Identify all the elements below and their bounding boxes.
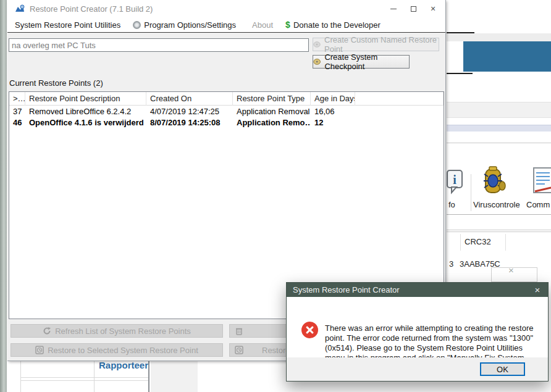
background-cell-border-2 — [94, 361, 95, 392]
menu-about[interactable]: About — [248, 20, 277, 30]
refresh-icon — [43, 327, 51, 335]
dialog-body: There was an error while attempting to c… — [287, 297, 548, 359]
menu-label: Program Options/Settings — [144, 20, 236, 30]
close-icon: × — [431, 4, 435, 13]
maximize-icon — [411, 6, 416, 12]
cell-age: 12 — [311, 118, 355, 127]
background-close-icon[interactable]: × — [508, 265, 514, 275]
restore-point-name-input[interactable] — [9, 38, 309, 52]
background-toolbar-separator — [471, 174, 471, 211]
menu-donate[interactable]: $ Donate to the Developer — [282, 20, 384, 30]
background-blue-band — [463, 41, 551, 72]
background-double-line-1 — [447, 230, 551, 230]
crc32-column-header[interactable]: CRC32 — [465, 237, 491, 246]
column-header-type[interactable]: Restore Point Type — [233, 92, 311, 106]
info-icon[interactable]: i — [447, 169, 463, 196]
restore-disc-icon — [313, 41, 321, 48]
menu-label: About — [252, 20, 273, 30]
crc-column-sep-left — [460, 234, 461, 251]
restore-to-selected-button[interactable]: Restore to Selected System Restore Point — [11, 343, 223, 357]
create-checkpoint-label: Create System Checkpoint — [324, 52, 409, 71]
background-border-line-mid — [447, 73, 473, 74]
crc-row-prefix: 3 — [449, 259, 453, 269]
caption-buttons: × — [384, 1, 443, 16]
close-button[interactable]: × — [423, 1, 443, 16]
report-link[interactable]: Rapporteer — [99, 360, 148, 370]
dollar-icon: $ — [285, 20, 290, 30]
window-title: Restore Point Creator (7.1 Build 2) — [30, 4, 384, 14]
restore-clock-icon — [235, 346, 243, 354]
ok-label: OK — [497, 365, 508, 374]
ok-button[interactable]: OK — [480, 362, 525, 376]
viruscontrole-label[interactable]: Viruscontrole — [473, 200, 520, 209]
checkpoint-disc-icon — [313, 58, 321, 65]
dialog-titlebar: System Restore Point Creator × — [287, 283, 548, 297]
cell-created: 4/07/2019 12:47:25 — [146, 107, 233, 116]
column-header-created[interactable]: Created On — [146, 92, 233, 106]
background-row-border-2 — [20, 380, 149, 381]
background-left-strip — [0, 0, 7, 392]
dialog-footer: OK — [287, 357, 548, 381]
minimize-button[interactable] — [384, 1, 403, 16]
background-cell-border-1 — [20, 361, 21, 392]
error-dialog: System Restore Point Creator × There was… — [286, 282, 549, 382]
trash-icon — [235, 327, 243, 335]
background-window-edge — [148, 361, 149, 392]
column-header-age[interactable]: Age in Days — [311, 92, 355, 106]
svg-text:i: i — [453, 173, 456, 186]
background-selected-row — [447, 125, 551, 131]
menu-program-options[interactable]: Program Options/Settings — [129, 20, 240, 30]
restore-clock-icon — [35, 346, 44, 354]
table-row[interactable]: 37 Removed LibreOffice 6.2.4.2 4/07/2019… — [9, 106, 444, 117]
create-custom-restore-point-button[interactable]: Create Custom Named Restore Point — [313, 38, 439, 51]
minimize-icon — [390, 9, 397, 9]
cell-created: 8/07/2019 14:25:08 — [146, 118, 233, 127]
comment-label[interactable]: Comm — [526, 200, 550, 209]
table-row[interactable]: 46 OpenOffice 4.1.6 is verwijderd 8/07/2… — [9, 117, 444, 128]
background-band-light — [447, 33, 551, 41]
refresh-restore-points-button[interactable]: Refresh List of System Restore Points — [11, 324, 223, 338]
cell-description: Removed LibreOffice 6.2.4.2 — [25, 107, 146, 116]
error-icon — [301, 322, 318, 338]
app-icon — [15, 4, 25, 13]
background-panel-fragment — [491, 267, 537, 282]
column-header-description[interactable]: Restore Point Description — [25, 92, 146, 106]
close-icon: × — [535, 285, 540, 295]
background-double-line-2 — [447, 231, 551, 232]
refresh-label: Refresh List of System Restore Points — [55, 327, 191, 336]
column-header-seq[interactable]: >… — [9, 92, 25, 106]
background-divider — [447, 143, 551, 143]
menubar: System Restore Point Utilities Program O… — [7, 17, 445, 33]
background-row-border-1 — [20, 377, 149, 378]
maximize-button[interactable] — [403, 1, 423, 16]
list-header: >… Restore Point Description Created On … — [9, 92, 444, 106]
current-restore-points-label: Current Restore Points (2) — [9, 78, 103, 88]
background-toolbar-divider — [447, 214, 551, 215]
cell-seq: 37 — [9, 107, 25, 116]
menu-system-restore-utilities[interactable]: System Restore Point Utilities — [11, 20, 124, 30]
viruscontrole-icon[interactable] — [482, 165, 507, 198]
cell-age: 16,06 — [311, 107, 355, 116]
dialog-close-button[interactable]: × — [527, 283, 548, 297]
dialog-title: System Restore Point Creator — [293, 285, 527, 294]
cell-type: Application Removal — [233, 107, 311, 116]
column-header-filler — [355, 92, 444, 106]
create-custom-label: Create Custom Named Restore Point — [324, 35, 439, 54]
gear-icon — [133, 21, 141, 29]
background-gray-band — [447, 102, 551, 118]
cell-type: Application Remo… — [233, 118, 311, 127]
menu-label: System Restore Point Utilities — [15, 20, 120, 30]
comment-icon[interactable] — [532, 167, 551, 196]
cell-seq: 46 — [9, 118, 25, 127]
cell-description: OpenOffice 4.1.6 is verwijderd — [25, 118, 146, 127]
titlebar: Restore Point Creator (7.1 Build 2) × — [7, 0, 445, 17]
info-label[interactable]: fo — [448, 200, 455, 209]
background-gray-block — [151, 361, 198, 392]
menu-label: Donate to the Developer — [293, 20, 381, 30]
restore-selected-label: Restore to Selected System Restore Point — [48, 346, 198, 355]
create-system-checkpoint-button[interactable]: Create System Checkpoint — [313, 55, 410, 69]
crc-column-sep-right — [505, 234, 506, 251]
